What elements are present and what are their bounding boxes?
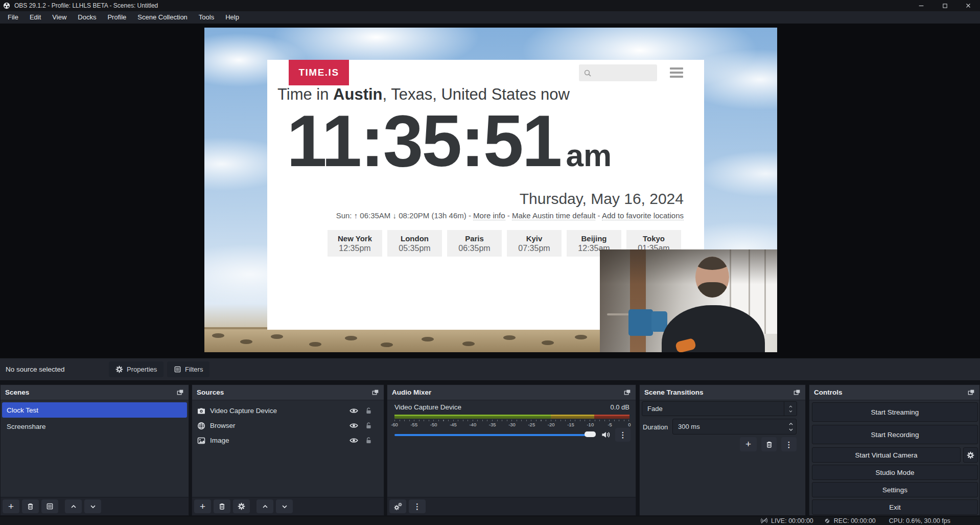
menu-help[interactable]: Help — [220, 11, 245, 24]
scene-move-down-button[interactable] — [84, 499, 101, 513]
mixer-toolbar: ⋮ — [387, 497, 636, 515]
source-toolbar: No source selected Properties Filters — [0, 358, 980, 381]
virtual-camera-config-button[interactable] — [963, 447, 978, 463]
preview-canvas[interactable]: TIME.IS Time in Austin, Texas, United St… — [204, 28, 777, 352]
scenes-toolbar: + — [1, 497, 189, 515]
office-ceiling — [600, 249, 777, 284]
maximize-button[interactable] — [933, 0, 956, 11]
hamburger-menu-icon — [670, 67, 683, 80]
eye-visible-icon[interactable] — [349, 421, 358, 430]
add-scene-button[interactable]: + — [3, 499, 19, 513]
source-properties-button[interactable] — [233, 499, 250, 513]
menu-scene-collection[interactable]: Scene Collection — [132, 11, 193, 24]
trash-icon — [218, 503, 226, 510]
source-row-browser[interactable]: Browser — [192, 418, 384, 433]
chevron-up-icon — [262, 503, 269, 510]
scene-transitions-title: Scene Transitions — [644, 389, 704, 396]
eye-visible-icon[interactable] — [349, 406, 358, 415]
city-box: Paris06:35pm — [447, 230, 502, 257]
duration-spinbox[interactable]: 300 ms — [672, 419, 797, 435]
globe-icon — [197, 422, 205, 430]
chevron-up-icon — [70, 503, 77, 510]
scene-item-screenshare[interactable]: Screenshare — [2, 419, 187, 434]
chevron-up-icon[interactable] — [788, 421, 794, 427]
menu-profile[interactable]: Profile — [102, 11, 132, 24]
window-title: OBS 29.1.2 - Profile: LLHLS BETA - Scene… — [14, 2, 158, 9]
mixer-level-db: 0.0 dB — [610, 403, 629, 411]
volume-meter — [394, 415, 629, 419]
lock-open-icon[interactable] — [365, 422, 372, 429]
mixer-menu-button[interactable]: ⋮ — [409, 499, 426, 513]
menu-docks[interactable]: Docks — [72, 11, 102, 24]
more-info-link: More info — [473, 211, 505, 220]
start-streaming-button[interactable]: Start Streaming — [812, 402, 978, 422]
audio-mixer-title: Audio Mixer — [392, 389, 431, 396]
volume-slider[interactable] — [394, 434, 595, 436]
exit-button[interactable]: Exit — [812, 499, 978, 515]
volume-slider-handle[interactable] — [585, 431, 596, 437]
double-gear-icon — [394, 503, 402, 511]
filter-icon — [46, 503, 54, 510]
city-box: London05:35pm — [387, 230, 442, 257]
remove-transition-button[interactable] — [761, 437, 777, 451]
studio-mode-button[interactable]: Studio Mode — [812, 465, 978, 480]
eye-visible-icon[interactable] — [349, 436, 358, 445]
remove-source-button[interactable] — [214, 499, 230, 513]
source-row-video-capture[interactable]: Video Capture Device — [192, 403, 384, 418]
minimize-button[interactable] — [909, 0, 933, 11]
dock-popout-icon[interactable] — [967, 389, 975, 396]
properties-button[interactable]: Properties — [109, 361, 164, 377]
filters-button[interactable]: Filters — [167, 361, 209, 377]
mixer-channel-name: Video Capture Device — [394, 403, 461, 411]
broadcast-off-icon — [760, 517, 768, 524]
desert-scrub — [503, 335, 516, 340]
settings-button[interactable]: Settings — [812, 482, 978, 497]
person-head — [695, 257, 729, 298]
timeis-logo: TIME.IS — [289, 60, 349, 85]
mixer-channel-menu-button[interactable]: ⋮ — [615, 428, 631, 442]
source-row-image[interactable]: Image — [192, 433, 384, 448]
source-move-up-button[interactable] — [256, 499, 273, 513]
person-beard — [697, 282, 727, 298]
scene-filters-button[interactable] — [41, 499, 58, 513]
desert-scrub — [271, 334, 283, 339]
remove-scene-button[interactable] — [22, 499, 39, 513]
record-off-icon — [824, 517, 831, 524]
scene-item-clock-test[interactable]: Clock Test — [2, 402, 187, 418]
transition-select[interactable]: Fade — [642, 401, 797, 416]
chevron-up-icon — [788, 404, 793, 409]
clock-display: 11:35:51 am — [287, 105, 612, 177]
menu-file[interactable]: File — [2, 11, 24, 24]
filter-icon — [174, 366, 181, 373]
dock-popout-icon[interactable] — [176, 389, 184, 396]
sun-info-line: Sun: ↑ 06:35AM ↓ 08:20PM (13h 46m) - Mor… — [336, 211, 684, 220]
transition-menu-button[interactable]: ⋮ — [781, 437, 797, 451]
dock-popout-icon[interactable] — [793, 389, 801, 396]
live-status: LIVE: 00:00:00 — [760, 517, 813, 524]
gear-icon — [115, 366, 123, 373]
add-transition-button[interactable]: + — [740, 437, 757, 451]
trash-icon — [765, 441, 773, 448]
dock-panels: Scenes Clock Test Screenshare + Sources — [0, 381, 980, 516]
close-button[interactable] — [956, 0, 980, 11]
menu-view[interactable]: View — [46, 11, 72, 24]
lock-open-icon[interactable] — [365, 407, 372, 415]
chevron-down-icon[interactable] — [788, 427, 794, 432]
start-recording-button[interactable]: Start Recording — [812, 425, 978, 444]
gear-icon — [967, 451, 974, 459]
add-source-button[interactable]: + — [194, 499, 211, 513]
menu-tools[interactable]: Tools — [193, 11, 220, 24]
status-bar: LIVE: 00:00:00 REC: 00:00:00 CPU: 0.6%, … — [0, 516, 980, 525]
dock-popout-icon[interactable] — [623, 389, 631, 396]
source-move-down-button[interactable] — [276, 499, 293, 513]
desert-scrub — [542, 340, 554, 345]
desert-scrub — [575, 335, 587, 339]
menu-edit[interactable]: Edit — [24, 11, 46, 24]
dock-popout-icon[interactable] — [371, 389, 379, 396]
advanced-audio-button[interactable] — [389, 499, 406, 513]
lock-open-icon[interactable] — [365, 437, 372, 444]
scenes-title: Scenes — [5, 389, 29, 396]
start-virtual-camera-button[interactable]: Start Virtual Camera — [812, 447, 961, 463]
speaker-icon[interactable] — [601, 430, 611, 440]
scene-move-up-button[interactable] — [65, 499, 82, 513]
